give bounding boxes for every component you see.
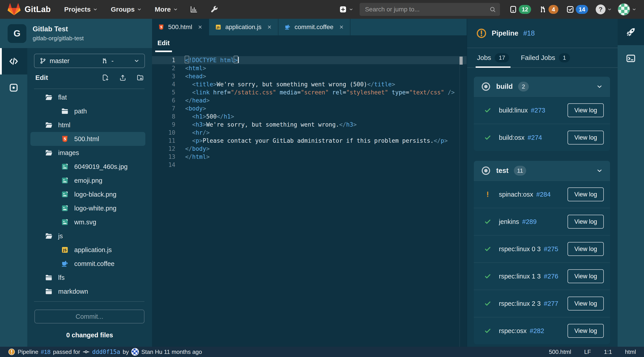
nav-item-more[interactable]: More <box>155 6 178 13</box>
code-area[interactable]: 1<!DOCTYPE html>2<html>3<head>4 <title>W… <box>152 52 467 347</box>
view-log-button[interactable]: View log <box>568 242 604 256</box>
line-number: 13 <box>152 153 185 161</box>
pipelines-panel-tab[interactable] <box>618 19 644 45</box>
tab-edit-mode[interactable]: Edit <box>155 35 172 52</box>
issues-counter[interactable]: 12 <box>509 5 531 14</box>
pipeline-tab-jobs[interactable]: Jobs17 <box>477 48 509 67</box>
tree-item-logo-white.png[interactable]: logo-white.png <box>30 201 145 215</box>
analytics-icon[interactable] <box>190 5 198 14</box>
tree-item-wm.svg[interactable]: wm.svg <box>30 215 145 229</box>
tree-item-6049019_460s.jpg[interactable]: 6049019_460s.jpg <box>30 160 145 174</box>
project-path: gitlab-org/gitlab-test <box>33 35 84 42</box>
chevron-down-icon <box>134 58 140 64</box>
gitlab-logo-icon[interactable] <box>8 3 20 16</box>
tree-item-path[interactable]: path <box>30 104 145 118</box>
statusbar-item-cursor-position[interactable]: 1:1 <box>604 348 612 356</box>
chevron-down-icon <box>596 83 603 90</box>
job-number-link[interactable]: #273 <box>531 107 546 114</box>
commit-sha-link[interactable]: ddd0f15a <box>92 348 120 355</box>
status-bar: Pipeline #18 passed for ddd0f15a by Stan… <box>0 347 644 357</box>
view-log-button[interactable]: View log <box>568 324 604 338</box>
image-file-icon <box>61 162 69 171</box>
new-folder-icon[interactable] <box>136 74 144 82</box>
statusbar-item-language[interactable]: html <box>625 348 636 356</box>
close-tab-icon[interactable] <box>339 24 344 30</box>
tree-item-commit.coffee[interactable]: commit.coffee <box>30 257 145 271</box>
author-avatar <box>131 348 139 356</box>
merge-request-value: - <box>111 57 114 65</box>
code-line: 3<head> <box>152 72 467 80</box>
commit-button[interactable]: Commit... <box>34 310 144 324</box>
line-number: 8 <box>152 112 185 120</box>
job-number-link[interactable]: #276 <box>544 273 558 280</box>
tree-item-label: application.js <box>74 246 112 254</box>
job-group-header-test[interactable]: test11 <box>474 161 610 180</box>
close-tab-icon[interactable] <box>198 24 203 30</box>
edit-mode-tab[interactable] <box>0 48 27 74</box>
editor-tab-500.html[interactable]: 5500.html <box>152 19 209 35</box>
job-name: build:osx <box>499 134 524 141</box>
brand-text[interactable]: GitLab <box>24 5 51 14</box>
tree-item-logo-black.png[interactable]: logo-black.png <box>30 188 145 201</box>
tree-item-images[interactable]: images <box>30 146 145 160</box>
view-log-button[interactable]: View log <box>568 296 604 310</box>
tree-item-flat[interactable]: flat <box>30 90 145 104</box>
divider <box>34 88 144 89</box>
job-number-link[interactable]: #275 <box>544 246 558 253</box>
review-mode-tab[interactable] <box>0 74 27 101</box>
branch-selector[interactable]: master - <box>34 54 145 68</box>
view-log-button[interactable]: View log <box>568 215 604 228</box>
tree-item-html[interactable]: html <box>30 118 145 132</box>
status-success-icon <box>484 246 491 252</box>
view-log-button[interactable]: View log <box>568 131 604 144</box>
admin-wrench-icon[interactable] <box>210 5 218 14</box>
folder-open-icon <box>45 93 53 101</box>
search-input[interactable] <box>360 3 500 16</box>
view-log-button[interactable]: View log <box>568 269 604 283</box>
job-groups: build2build:linux#273View logbuild:osx#2… <box>467 68 618 347</box>
editor-tab-application.js[interactable]: JSapplication.js <box>209 19 278 35</box>
help-menu[interactable]: ? <box>596 4 612 14</box>
todos-counter[interactable]: 14 <box>566 5 588 14</box>
tree-item-application.js[interactable]: JSapplication.js <box>30 243 145 257</box>
statusbar-pipeline-number-link[interactable]: #18 <box>41 348 50 356</box>
user-menu[interactable] <box>618 3 636 16</box>
issues-badge: 12 <box>519 5 531 14</box>
pipeline-tab-failed-jobs[interactable]: Failed Jobs1 <box>521 48 570 67</box>
job-number-link[interactable]: #277 <box>544 300 558 307</box>
image-file-icon <box>61 176 69 184</box>
code-line: 14 <box>152 161 467 169</box>
pipeline-number-link[interactable]: #18 <box>523 29 535 37</box>
line-number: 3 <box>152 72 185 80</box>
upload-file-icon[interactable] <box>119 74 126 82</box>
tree-item-markdown[interactable]: markdown <box>30 284 145 298</box>
statusbar-item-filename[interactable]: 500.html <box>549 348 571 356</box>
divider <box>34 301 144 302</box>
job-number-link[interactable]: #289 <box>522 218 537 226</box>
close-tab-icon[interactable] <box>267 24 272 30</box>
new-file-icon[interactable] <box>102 74 109 82</box>
tree-item-js[interactable]: js <box>30 229 145 243</box>
nav-item-groups[interactable]: Groups <box>111 6 142 13</box>
html5-file-icon: 5 <box>61 135 69 143</box>
job-group-header-build[interactable]: build2 <box>474 77 610 96</box>
nav-item-projects[interactable]: Projects <box>64 6 98 13</box>
status-success-icon <box>484 273 491 280</box>
statusbar-item-line-ending[interactable]: LF <box>584 348 591 356</box>
job-number-link[interactable]: #284 <box>536 191 551 198</box>
code-line-content: </head> <box>185 96 210 104</box>
pipeline-tab-label: Failed Jobs <box>521 54 555 62</box>
editor-scrollbar-thumb[interactable] <box>460 56 463 65</box>
tree-item-500.html[interactable]: 5500.html <box>30 132 145 146</box>
terminal-panel-tab[interactable] <box>618 45 644 72</box>
new-menu-button[interactable] <box>339 5 353 14</box>
view-log-button[interactable]: View log <box>568 188 604 201</box>
view-log-button[interactable]: View log <box>568 103 604 117</box>
job-number-link[interactable]: #282 <box>530 327 544 335</box>
job-number-link[interactable]: #274 <box>528 134 542 141</box>
statusbar-pipeline-info: Pipeline #18 passed for ddd0f15a by Stan… <box>8 348 202 356</box>
tree-item-emoji.png[interactable]: emoji.png <box>30 174 145 188</box>
tree-item-lfs[interactable]: lfs <box>30 271 145 284</box>
editor-tab-commit.coffee[interactable]: commit.coffee <box>278 19 350 35</box>
merge-requests-counter[interactable]: 4 <box>539 5 558 14</box>
